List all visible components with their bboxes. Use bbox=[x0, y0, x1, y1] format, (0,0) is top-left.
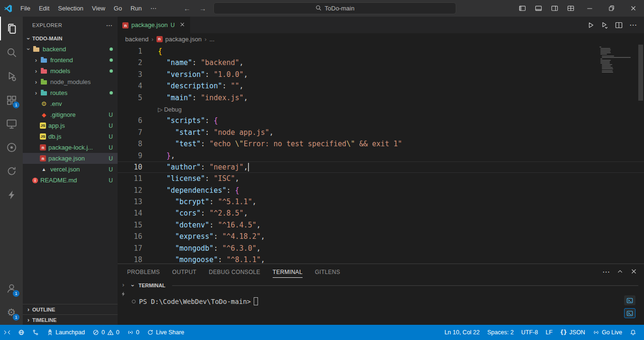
code-line[interactable]: 4 "description": "", bbox=[118, 80, 644, 92]
code-line[interactable]: 18 "mongoose": "^8.1.1", bbox=[118, 254, 644, 264]
status-indentation[interactable]: Spaces: 2 bbox=[484, 325, 518, 340]
activity-extensions-button[interactable]: 1 bbox=[0, 88, 23, 112]
status-cursor-position[interactable]: Ln 10, Col 22 bbox=[441, 325, 483, 340]
line-number[interactable]: 5 bbox=[118, 92, 142, 104]
restore-button[interactable] bbox=[600, 0, 622, 17]
line-number[interactable]: 12 bbox=[118, 185, 142, 196]
code-line[interactable]: 3 "version": "1.0.0", bbox=[118, 69, 644, 80]
activity-search-button[interactable] bbox=[0, 40, 23, 64]
terminal-tab-powershell[interactable] bbox=[624, 295, 635, 305]
code-line[interactable]: 8 "test": "echo \"Error: no test specifi… bbox=[118, 138, 644, 150]
status-eol[interactable]: LF bbox=[542, 325, 557, 340]
activity-settings-button[interactable]: ⚙1 bbox=[0, 300, 23, 324]
run-button[interactable] bbox=[584, 19, 597, 31]
menu-file[interactable]: File bbox=[16, 0, 35, 17]
split-editor-button[interactable] bbox=[613, 19, 625, 31]
activity-account-button[interactable]: 1 bbox=[0, 276, 23, 300]
close-button[interactable] bbox=[630, 268, 637, 276]
code-line[interactable]: 2 "name": "backend", bbox=[118, 57, 644, 68]
menu-run[interactable]: Run bbox=[126, 0, 146, 17]
line-number[interactable]: 14 bbox=[118, 208, 142, 219]
status-notifications[interactable] bbox=[626, 325, 640, 340]
back-arrow-icon[interactable]: ← bbox=[184, 4, 191, 12]
code-line[interactable]: 13 "bcrypt": "^5.1.1", bbox=[118, 196, 644, 208]
line-number[interactable]: 8 bbox=[118, 138, 142, 150]
panel-tab-output[interactable]: OUTPUT bbox=[172, 267, 196, 277]
terminal-section-header[interactable]: › TERMINAL bbox=[118, 280, 644, 291]
activity-files-button[interactable] bbox=[0, 17, 23, 40]
breadcrumb-item[interactable]: package.json bbox=[166, 36, 202, 43]
status-live-share[interactable]: Live Share bbox=[143, 325, 188, 340]
line-number[interactable] bbox=[118, 104, 142, 115]
command-center-search[interactable]: ToDo-main bbox=[213, 2, 456, 14]
menu-view[interactable]: View bbox=[88, 0, 110, 17]
activity-thunder-client-button[interactable] bbox=[0, 183, 23, 207]
status-encoding[interactable]: UTF-8 bbox=[517, 325, 542, 340]
tree-item-vercel.json[interactable]: ▲vercel.jsonU bbox=[23, 164, 118, 175]
layout-sidebar-right-button[interactable] bbox=[546, 0, 562, 17]
tab-package-json[interactable]: n package.json U bbox=[118, 17, 190, 33]
minimize-button[interactable] bbox=[579, 0, 600, 17]
tree-item-README.md[interactable]: iREADME.mdU bbox=[23, 175, 118, 186]
explorer-more-actions-icon[interactable]: ⋯ bbox=[106, 21, 113, 29]
code-line[interactable]: 12 "dependencies": { bbox=[118, 185, 644, 196]
section-timeline[interactable]: ›TIMELINE bbox=[23, 314, 118, 325]
forward-arrow-icon[interactable]: → bbox=[199, 4, 206, 12]
line-number[interactable]: 16 bbox=[118, 231, 142, 242]
line-number[interactable]: 18 bbox=[118, 254, 142, 264]
terminal-prompt-line[interactable]: PS D:\Code\WebDev\ToDo-main> bbox=[118, 297, 644, 305]
code-line[interactable]: 11 "license": "ISC", bbox=[118, 173, 644, 184]
code-line[interactable]: 1{ bbox=[118, 46, 644, 57]
line-number[interactable]: 15 bbox=[118, 219, 142, 231]
tree-item-.env[interactable]: ⚙.env bbox=[23, 98, 118, 109]
layout-panel-button[interactable] bbox=[530, 0, 546, 17]
line-number[interactable]: 1 bbox=[118, 46, 142, 57]
menu-edit[interactable]: Edit bbox=[35, 0, 54, 17]
line-number[interactable]: 13 bbox=[118, 196, 142, 208]
panel-tab-debug-console[interactable]: DEBUG CONSOLE bbox=[209, 267, 260, 277]
line-number[interactable]: 17 bbox=[118, 243, 142, 254]
minimap[interactable] bbox=[599, 47, 636, 73]
close-button[interactable] bbox=[622, 0, 644, 17]
tree-item-db.js[interactable]: JSdb.jsU bbox=[23, 131, 118, 142]
more-button[interactable]: ⋯ bbox=[602, 268, 610, 276]
project-section-header[interactable]: › TODO-MAIN bbox=[23, 33, 118, 44]
breadcrumb-item[interactable]: ... bbox=[209, 36, 214, 43]
code-line[interactable]: 15 "dotenv": "^16.4.5", bbox=[118, 219, 644, 231]
chevron-up-button[interactable] bbox=[616, 268, 624, 276]
activity-live-share-button[interactable] bbox=[0, 159, 23, 183]
scrollbar-thumb[interactable] bbox=[638, 45, 643, 101]
codelens-line[interactable]: ▷ Debug bbox=[118, 104, 644, 115]
tree-item-package.json[interactable]: npackage.jsonU bbox=[23, 153, 118, 164]
panel-tab-gitlens[interactable]: GITLENS bbox=[315, 267, 340, 277]
line-number[interactable]: 2 bbox=[118, 57, 142, 68]
status-go-live[interactable]: Go Live bbox=[589, 325, 626, 340]
run-or-debug-button[interactable] bbox=[598, 19, 611, 31]
line-number[interactable]: 9 bbox=[118, 150, 142, 161]
terminal-tab-powershell[interactable] bbox=[624, 308, 635, 318]
breadcrumb-item[interactable]: backend bbox=[125, 36, 148, 43]
line-number[interactable]: 11 bbox=[118, 173, 142, 184]
line-number[interactable]: 3 bbox=[118, 69, 142, 80]
layout-customize-button[interactable] bbox=[562, 0, 579, 17]
tree-item-app.js[interactable]: JSapp.jsU bbox=[23, 120, 118, 131]
activity-run-debug-button[interactable] bbox=[0, 64, 23, 88]
activity-gitlens-button[interactable] bbox=[0, 135, 23, 159]
code-editor[interactable]: 1{2 "name": "backend",3 "version": "1.0.… bbox=[118, 45, 644, 264]
tree-item-routes[interactable]: ›routes bbox=[23, 87, 118, 98]
tree-item-node_modules[interactable]: ›node_modules bbox=[23, 76, 118, 87]
panel-tab-terminal[interactable]: TERMINAL bbox=[273, 267, 303, 278]
status-remote-window[interactable] bbox=[0, 325, 14, 340]
menu-selection[interactable]: Selection bbox=[54, 0, 87, 17]
close-tab-icon[interactable] bbox=[179, 21, 185, 29]
code-line[interactable]: 5 "main": "index.js", bbox=[118, 92, 644, 104]
status-ports[interactable]: 0 bbox=[123, 325, 143, 340]
panel-tab-problems[interactable]: PROBLEMS bbox=[127, 267, 160, 277]
tree-item-package-lock.j...[interactable]: npackage-lock.j...U bbox=[23, 142, 118, 153]
tree-item-models[interactable]: ›models bbox=[23, 66, 118, 76]
menu-go[interactable]: Go bbox=[110, 0, 126, 17]
code-line[interactable]: 14 "cors": "^2.8.5", bbox=[118, 208, 644, 219]
status-problems[interactable]: 00 bbox=[89, 325, 123, 340]
code-line[interactable]: 16 "express": "^4.18.2", bbox=[118, 231, 644, 242]
status-language-mode[interactable]: {}JSON bbox=[556, 325, 589, 340]
